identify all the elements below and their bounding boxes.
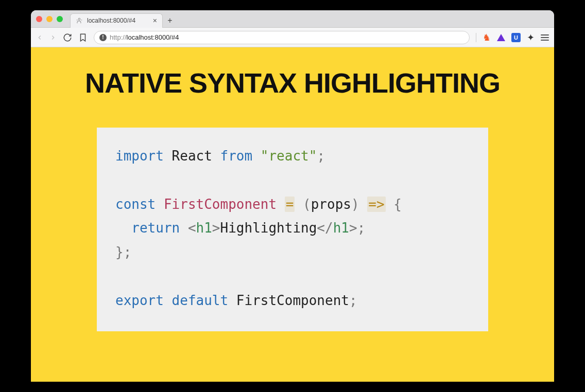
token-tag-name-open: h1 — [196, 220, 212, 236]
triangle-extension-icon[interactable] — [497, 34, 505, 41]
address-bar[interactable]: ! http://localhost:8000/#4 — [94, 31, 470, 44]
code-block: import React from "react"; const FirstCo… — [97, 128, 488, 331]
token-semicolon: ; — [317, 148, 325, 164]
browser-tab[interactable]: localhost:8000/#4 × — [70, 13, 163, 28]
token-rparen: ) — [351, 197, 359, 212]
menu-button[interactable] — [541, 34, 549, 41]
token-react-string: "react" — [261, 148, 317, 164]
token-fn-name: FirstComponent — [164, 197, 277, 212]
code-line-blank-2 — [115, 264, 470, 289]
maximize-window-button[interactable] — [57, 16, 63, 22]
tab-title: localhost:8000/#4 — [87, 17, 135, 24]
code-line-5: export default FirstComponent; — [115, 289, 470, 313]
token-lbrace: { — [393, 197, 402, 212]
url-scheme: http:// — [110, 33, 127, 41]
token-import: import — [115, 148, 164, 164]
bookmark-button[interactable] — [78, 33, 88, 42]
url-host-path: localhost:8000/#4 — [127, 33, 179, 41]
token-default: default — [172, 293, 229, 308]
token-tag-close-l: </ — [317, 220, 333, 236]
back-button[interactable] — [36, 34, 43, 41]
token-tag-open-l: < — [188, 220, 196, 236]
token-tag-name-close: h1 — [333, 220, 349, 236]
browser-toolbar: ! http://localhost:8000/#4 ♞ U ✦ — [31, 28, 554, 47]
browser-window: localhost:8000/#4 × + ! http://localhost… — [31, 10, 554, 382]
token-tag-open-r: > — [212, 220, 220, 236]
code-line-2: const FirstComponent = (props) => { — [115, 192, 470, 217]
page-title: NATIVE SYNTAX HIGHLIGHTING — [85, 67, 500, 99]
code-line-4: }; — [115, 240, 470, 264]
token-lparen: ( — [303, 197, 311, 212]
tab-bar: localhost:8000/#4 × + — [31, 10, 554, 28]
separator — [476, 33, 476, 42]
svg-point-0 — [78, 18, 80, 20]
token-semicolon-4: ; — [349, 293, 357, 308]
token-semicolon-2: ; — [357, 220, 366, 236]
site-info-icon[interactable]: ! — [99, 34, 107, 41]
token-jsx-content: Highlighting — [220, 220, 317, 236]
url-text: http://localhost:8000/#4 — [110, 33, 179, 41]
token-const: const — [115, 197, 156, 212]
token-from: from — [220, 148, 253, 164]
page-content: NATIVE SYNTAX HIGHLIGHTING import React … — [31, 47, 554, 382]
code-line-1: import React from "react"; — [115, 144, 470, 168]
close-tab-button[interactable]: × — [153, 16, 157, 25]
reload-button[interactable] — [63, 33, 72, 42]
toolbar-right-icons: ♞ U ✦ — [476, 32, 549, 43]
forward-button[interactable] — [49, 34, 57, 41]
token-semicolon-3: ; — [124, 244, 132, 260]
minimize-window-button[interactable] — [46, 16, 53, 22]
token-react: React — [172, 148, 212, 164]
token-assign: = — [285, 197, 295, 212]
shield-extension-icon[interactable]: U — [511, 33, 521, 42]
token-return: return — [131, 220, 180, 236]
token-arrow: => — [367, 197, 385, 212]
token-param: props — [311, 197, 351, 212]
code-line-blank-1 — [115, 168, 470, 192]
site-favicon-icon — [76, 17, 83, 24]
traffic-lights — [36, 16, 63, 22]
token-export-name: FirstComponent — [236, 293, 349, 308]
token-export: export — [115, 293, 164, 308]
new-tab-button[interactable]: + — [163, 13, 177, 28]
token-tag-close-r: > — [349, 220, 357, 236]
close-window-button[interactable] — [36, 16, 42, 22]
extensions-icon[interactable]: ✦ — [527, 32, 535, 43]
code-line-3: return <h1>Highlighting</h1>; — [115, 216, 470, 240]
brave-shields-icon[interactable]: ♞ — [483, 32, 491, 43]
token-rbrace: } — [115, 244, 124, 260]
